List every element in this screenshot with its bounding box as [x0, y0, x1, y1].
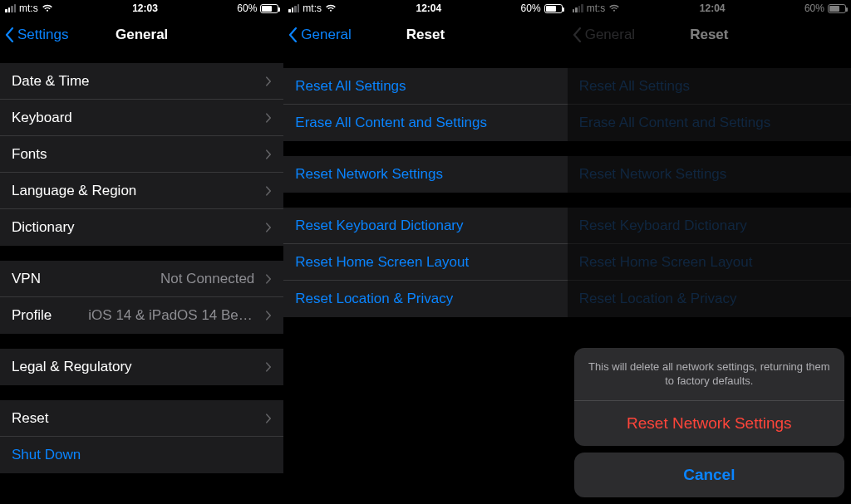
- row-label: Dictionary: [12, 219, 75, 236]
- row-label: Erase All Content and Settings: [295, 115, 487, 131]
- chevron-right-icon: [266, 113, 272, 123]
- screen-reset-confirm: mt:s 12:04 60% General Reset Reset All S…: [568, 0, 851, 504]
- status-bar: mt:s 12:04 60%: [568, 0, 851, 17]
- back-button[interactable]: Settings: [5, 17, 68, 53]
- nav-bar: General Reset: [283, 17, 567, 53]
- status-bar: mt:s 12:03 60%: [0, 0, 283, 17]
- cancel-button[interactable]: Cancel: [574, 453, 844, 497]
- row-label: Legal & Regulatory: [12, 359, 132, 375]
- nav-bar: Settings General: [0, 17, 283, 53]
- chevron-left-icon: [288, 27, 298, 42]
- chevron-right-icon: [266, 223, 272, 232]
- row-reset-keyboard[interactable]: Reset Keyboard Dictionary: [283, 208, 567, 244]
- row-keyboard[interactable]: Keyboard: [0, 100, 283, 136]
- battery-icon: [544, 4, 563, 13]
- chevron-right-icon: [266, 362, 272, 372]
- profile-detail: iOS 14 & iPadOS 14 Beta Softwar...: [88, 307, 254, 324]
- battery-icon: [260, 4, 278, 13]
- action-sheet-cancel-group: Cancel: [574, 453, 844, 497]
- row-label: Language & Region: [12, 183, 136, 199]
- section-general-3: Legal & Regulatory: [0, 349, 283, 385]
- section-general-4: Reset Shut Down: [0, 400, 283, 473]
- status-bar: mt:s 12:04 60%: [283, 0, 567, 17]
- row-label: Reset Keyboard Dictionary: [579, 218, 747, 234]
- action-sheet-message: This will delete all network settings, r…: [574, 348, 844, 401]
- chevron-right-icon: [266, 413, 272, 423]
- back-button: General: [573, 17, 635, 53]
- chevron-right-icon: [266, 149, 272, 159]
- row-label: Erase All Content and Settings: [579, 115, 771, 131]
- carrier-label: mt:s: [587, 2, 606, 14]
- row-label: Reset Keyboard Dictionary: [295, 218, 463, 234]
- row-label: Date & Time: [12, 73, 90, 90]
- row-label: Keyboard: [12, 110, 72, 126]
- row-reset-home: Reset Home Screen Layout: [568, 244, 851, 281]
- screen-reset: mt:s 12:04 60% General Reset Reset All S…: [283, 0, 567, 504]
- signal-icon: [288, 4, 299, 12]
- page-title: Reset: [690, 27, 728, 43]
- nav-bar: General Reset: [568, 17, 851, 53]
- chevron-left-icon: [5, 27, 14, 42]
- signal-icon: [573, 4, 583, 12]
- row-profile[interactable]: Profile iOS 14 & iPadOS 14 Beta Softwar.…: [0, 297, 283, 334]
- carrier-label: mt:s: [19, 2, 38, 14]
- back-button[interactable]: General: [288, 17, 351, 53]
- section-reset-1: Reset All Settings Erase All Content and…: [568, 68, 851, 141]
- action-sheet-group: This will delete all network settings, r…: [574, 348, 844, 446]
- battery-percent: 60%: [521, 2, 541, 14]
- section-reset-1: Reset All Settings Erase All Content and…: [283, 68, 567, 141]
- row-reset[interactable]: Reset: [0, 400, 283, 437]
- row-label: Fonts: [12, 146, 47, 163]
- page-title: General: [116, 27, 168, 43]
- status-time: 12:04: [416, 2, 441, 14]
- row-erase-all: Erase All Content and Settings: [568, 105, 851, 141]
- battery-icon: [828, 4, 846, 13]
- row-label: Reset Location & Privacy: [579, 291, 737, 307]
- row-reset-all[interactable]: Reset All Settings: [283, 68, 567, 105]
- row-label: Shut Down: [12, 447, 81, 463]
- row-date-time[interactable]: Date & Time: [0, 63, 283, 100]
- row-reset-location: Reset Location & Privacy: [568, 281, 851, 317]
- row-label: Reset Network Settings: [295, 166, 443, 183]
- wifi-icon: [42, 4, 53, 12]
- wifi-icon: [325, 4, 337, 12]
- vpn-status: Not Connected: [160, 271, 254, 287]
- row-legal[interactable]: Legal & Regulatory: [0, 349, 283, 385]
- back-label: Settings: [17, 27, 68, 43]
- row-label: VPN: [12, 271, 41, 287]
- row-erase-all[interactable]: Erase All Content and Settings: [283, 105, 567, 141]
- section-reset-3: Reset Keyboard Dictionary Reset Home Scr…: [568, 208, 851, 317]
- battery-percent: 60%: [237, 2, 257, 14]
- status-time: 12:03: [132, 2, 158, 14]
- screen-general: mt:s 12:03 60% Settings General Date & T…: [0, 0, 283, 504]
- confirm-reset-network-button[interactable]: Reset Network Settings: [574, 401, 844, 446]
- chevron-right-icon: [266, 274, 272, 284]
- action-sheet: This will delete all network settings, r…: [574, 348, 844, 497]
- back-label: General: [301, 27, 351, 43]
- row-reset-location[interactable]: Reset Location & Privacy: [283, 281, 567, 317]
- row-label: Reset: [12, 410, 48, 427]
- row-reset-keyboard: Reset Keyboard Dictionary: [568, 208, 851, 244]
- back-label: General: [585, 27, 635, 43]
- carrier-label: mt:s: [303, 2, 322, 14]
- row-vpn[interactable]: VPN Not Connected: [0, 261, 283, 297]
- section-general-2: VPN Not Connected Profile iOS 14 & iPadO…: [0, 261, 283, 334]
- row-label: Reset Home Screen Layout: [295, 254, 469, 271]
- section-reset-2: Reset Network Settings: [283, 156, 567, 193]
- chevron-right-icon: [266, 186, 272, 196]
- row-fonts[interactable]: Fonts: [0, 136, 283, 173]
- page-title: Reset: [406, 27, 445, 43]
- row-shutdown[interactable]: Shut Down: [0, 437, 283, 473]
- row-reset-all: Reset All Settings: [568, 68, 851, 105]
- signal-icon: [5, 4, 16, 12]
- row-reset-network: Reset Network Settings: [568, 156, 851, 193]
- wifi-icon: [608, 4, 620, 12]
- row-reset-home[interactable]: Reset Home Screen Layout: [283, 244, 567, 281]
- row-language-region[interactable]: Language & Region: [0, 173, 283, 209]
- row-dictionary[interactable]: Dictionary: [0, 209, 283, 246]
- chevron-left-icon: [573, 27, 582, 42]
- row-reset-network[interactable]: Reset Network Settings: [283, 156, 567, 193]
- section-reset-2: Reset Network Settings: [568, 156, 851, 193]
- row-label: Reset Network Settings: [579, 166, 727, 183]
- row-label: Reset All Settings: [295, 78, 406, 95]
